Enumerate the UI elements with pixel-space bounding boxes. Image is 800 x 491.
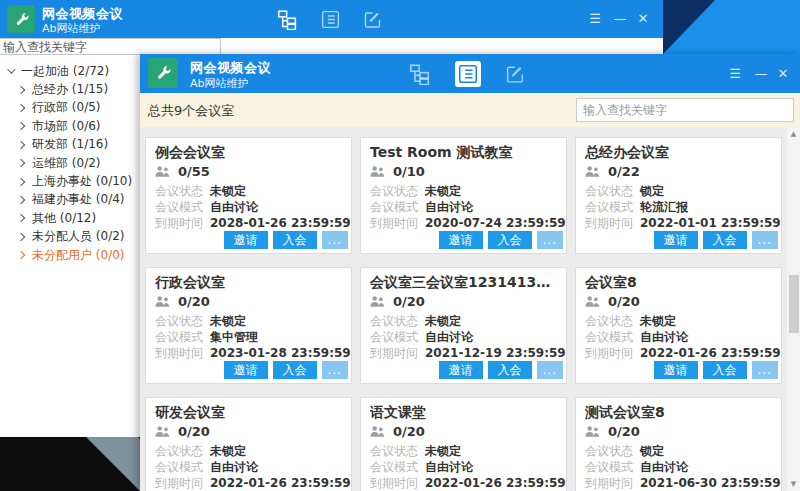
- join-button[interactable]: 入会: [703, 361, 747, 379]
- app-logo: [7, 5, 35, 33]
- scroll-down-icon[interactable]: ▼: [787, 477, 800, 491]
- tree-item-dept[interactable]: 市场部 (0/6): [0, 117, 140, 135]
- room-grid: 例会会议室 0/55 会议状态未锁定 会议模式自由讨论 到期时间2028-01-…: [145, 137, 782, 491]
- mode-label: 会议模式: [585, 199, 640, 216]
- tree-item-dept[interactable]: 未分配人员 (0/2): [0, 228, 140, 246]
- meeting-room-card: 语文课堂 0/20 会议状态未锁定 会议模式自由讨论 到期时间2022-01-2…: [360, 397, 567, 491]
- meeting-list-icon[interactable]: [318, 7, 342, 31]
- wallpaper-top-right: [663, 0, 800, 54]
- tree-item-dept[interactable]: 行政部 (0/5): [0, 99, 140, 117]
- sidebar-search-input[interactable]: [0, 38, 221, 55]
- participant-count: 0/20: [393, 424, 425, 439]
- tree-item-dept[interactable]: 运维部 (0/2): [0, 154, 140, 172]
- room-name: 会议室三会议室123141324141三会...: [370, 273, 557, 291]
- more-button[interactable]: ...: [537, 231, 563, 249]
- mode-value: 自由讨论: [425, 459, 473, 476]
- meeting-room-card: 会议室8 0/20 会议状态未锁定 会议模式自由讨论 到期时间2022-01-2…: [575, 267, 782, 384]
- expire-value: 2022-01-26 23:59:59: [425, 476, 566, 490]
- mode-label: 会议模式: [585, 459, 640, 476]
- join-button[interactable]: 入会: [488, 231, 532, 249]
- expire-value: 2020-07-24 23:59:59: [425, 216, 566, 230]
- edit-icon[interactable]: [503, 62, 527, 86]
- more-button[interactable]: ...: [322, 231, 348, 249]
- more-button[interactable]: ...: [322, 361, 348, 379]
- edit-icon[interactable]: [360, 7, 384, 31]
- join-button[interactable]: 入会: [703, 231, 747, 249]
- mode-value: 自由讨论: [210, 459, 258, 476]
- tree-item-dept[interactable]: 研发部 (1/16): [0, 136, 140, 154]
- participant-count: 0/10: [393, 164, 425, 179]
- close-button[interactable]: ✕: [774, 66, 792, 82]
- vertical-scrollbar[interactable]: ▲ ▼: [787, 127, 800, 491]
- menu-icon[interactable]: ☰: [726, 66, 744, 82]
- menu-icon[interactable]: ☰: [586, 11, 604, 27]
- expire-label: 到期时间: [155, 475, 210, 491]
- participant-count: 0/20: [608, 294, 640, 309]
- back-window-titlebar: 网会视频会议 Ab网站维护 ☰ — ✕: [0, 0, 663, 38]
- chevron-down-icon: [7, 66, 15, 74]
- participant-count: 0/20: [178, 294, 210, 309]
- meeting-list-icon[interactable]: [455, 61, 481, 87]
- participant-count: 0/22: [608, 164, 640, 179]
- invite-button[interactable]: 邀请: [439, 231, 483, 249]
- status-value: 未锁定: [210, 183, 246, 200]
- close-button[interactable]: ✕: [634, 11, 652, 27]
- invite-button[interactable]: 邀请: [224, 231, 268, 249]
- minimize-button[interactable]: —: [752, 66, 770, 82]
- wallpaper-navy-triangle: [663, 0, 800, 54]
- tree-item-dept[interactable]: 上海办事处 (0/10): [0, 172, 140, 190]
- scroll-up-icon[interactable]: ▲: [787, 127, 800, 141]
- org-chart-icon[interactable]: [408, 62, 432, 86]
- tree-item-unassigned-users[interactable]: 未分配用户 (0/0): [0, 246, 140, 264]
- mode-value: 自由讨论: [425, 199, 473, 216]
- mode-label: 会议模式: [155, 329, 210, 346]
- people-icon: [370, 295, 385, 308]
- more-button[interactable]: ...: [537, 361, 563, 379]
- tree-item-dept[interactable]: 福建办事处 (0/4): [0, 191, 140, 209]
- expire-label: 到期时间: [370, 475, 425, 491]
- front-window-titlebar: 网会视频会议 Ab网站维护 ☰ — ✕: [140, 54, 800, 93]
- scrollbar-thumb[interactable]: [789, 275, 799, 333]
- mode-label: 会议模式: [155, 459, 210, 476]
- join-button[interactable]: 入会: [273, 231, 317, 249]
- invite-button[interactable]: 邀请: [654, 361, 698, 379]
- status-label: 会议状态: [585, 183, 640, 200]
- expire-label: 到期时间: [585, 215, 640, 232]
- wrench-icon: [13, 11, 30, 28]
- room-name: 例会会议室: [155, 143, 342, 161]
- people-icon: [370, 165, 385, 178]
- people-icon: [155, 165, 170, 178]
- summary-bar: 总共9个会议室: [140, 93, 800, 127]
- people-icon: [155, 295, 170, 308]
- invite-button[interactable]: 邀请: [654, 231, 698, 249]
- people-icon: [585, 425, 600, 438]
- expire-value: 2021-12-19 23:59:59: [425, 346, 566, 360]
- tree-item-dept[interactable]: 总经办 (1/15): [0, 80, 140, 98]
- minimize-button[interactable]: —: [611, 11, 629, 27]
- app-subtitle: Ab网站维护: [190, 76, 249, 91]
- tree-item-dept[interactable]: 其他 (0/12): [0, 209, 140, 227]
- room-name: 会议室8: [585, 273, 772, 291]
- invite-button[interactable]: 邀请: [439, 361, 483, 379]
- tree-item-group[interactable]: 一起加油 (2/72): [0, 62, 140, 80]
- status-value: 未锁定: [425, 443, 461, 460]
- join-button[interactable]: 入会: [488, 361, 532, 379]
- status-value: 未锁定: [210, 313, 246, 330]
- participant-count: 0/20: [178, 424, 210, 439]
- participant-count: 0/55: [178, 164, 210, 179]
- org-chart-icon[interactable]: [275, 7, 299, 31]
- people-icon: [585, 165, 600, 178]
- status-label: 会议状态: [370, 443, 425, 460]
- meeting-room-card: 例会会议室 0/55 会议状态未锁定 会议模式自由讨论 到期时间2028-01-…: [145, 137, 352, 254]
- people-icon: [370, 425, 385, 438]
- mode-label: 会议模式: [370, 459, 425, 476]
- mode-value: 自由讨论: [210, 199, 258, 216]
- mode-value: 自由讨论: [640, 329, 688, 346]
- more-button[interactable]: ...: [752, 361, 778, 379]
- more-button[interactable]: ...: [752, 231, 778, 249]
- invite-button[interactable]: 邀请: [224, 361, 268, 379]
- back-window-toolbar: [0, 38, 663, 55]
- room-search-input[interactable]: [576, 98, 794, 122]
- chevron-right-icon: [17, 85, 25, 93]
- join-button[interactable]: 入会: [273, 361, 317, 379]
